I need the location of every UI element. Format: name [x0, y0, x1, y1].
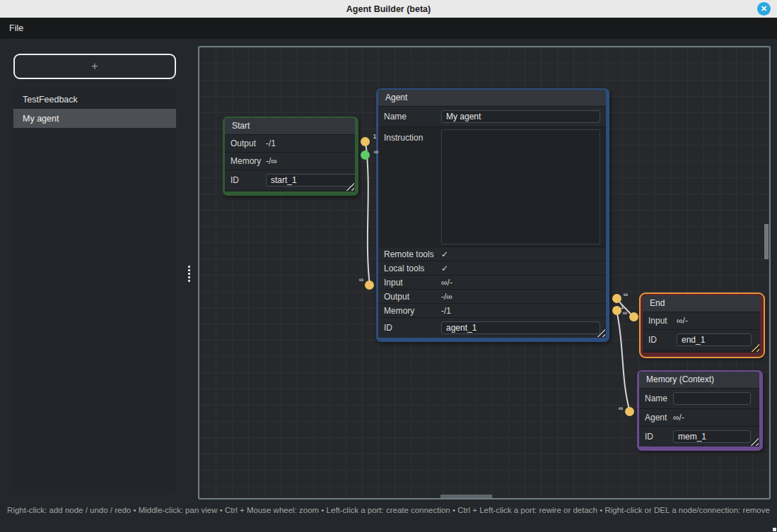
start-memory-value: -/∞ — [266, 156, 277, 166]
menu-file[interactable]: File — [0, 23, 33, 33]
window-title: Agent Builder (beta) — [346, 4, 431, 14]
node-memory-header[interactable]: Memory (Context) — [639, 372, 759, 388]
canvas-horizontal-scrollbar[interactable] — [440, 495, 492, 498]
agent-name-input[interactable] — [441, 110, 600, 123]
agent-id-input[interactable] — [441, 321, 600, 334]
list-item-my-agent[interactable]: My agent — [13, 109, 176, 128]
port-start-memory[interactable] — [361, 150, 370, 160]
agent-output-label: Output — [384, 292, 441, 302]
node-end[interactable]: End Input ∞/- ID — [641, 294, 764, 357]
start-output-label: Output — [230, 138, 266, 148]
sidebar-splitter-handle[interactable] — [188, 266, 190, 283]
status-bar: Right-click: add node / undo / redo • Mi… — [0, 502, 777, 517]
wire-agent-to-memory[interactable] — [617, 310, 630, 412]
start-id-label: ID — [230, 175, 266, 185]
port-memory-agent[interactable] — [625, 407, 634, 416]
node-memory-context[interactable]: Memory (Context) Name Agent ∞/- ID — [637, 370, 763, 451]
node-agent-header[interactable]: Agent — [378, 90, 606, 106]
node-end-header[interactable]: End — [643, 295, 760, 312]
node-canvas[interactable]: Start Output -/1 Memory -/∞ ID — [198, 46, 771, 500]
agent-id-label: ID — [384, 323, 441, 333]
add-agent-button[interactable]: + — [13, 54, 176, 79]
plus-icon: + — [91, 60, 98, 73]
agent-output-value: -/∞ — [441, 292, 452, 302]
end-input-value: ∞/- — [677, 316, 688, 326]
node-start[interactable]: Start Output -/1 Memory -/∞ ID — [223, 117, 358, 196]
agent-input-value: ∞/- — [441, 278, 452, 288]
memory-agent-label: Agent — [645, 413, 673, 422]
app-window: Agent Builder (beta) ✕ File + TestFeedba… — [0, 0, 777, 532]
list-item-testfeedback[interactable]: TestFeedback — [13, 90, 176, 109]
node-agent[interactable]: Agent Name Instruction Remote tools ✓ Lo… — [376, 88, 609, 342]
start-output-value: -/1 — [266, 138, 276, 148]
port-agent-input[interactable] — [365, 280, 374, 290]
node-start-header[interactable]: Start — [225, 118, 355, 134]
status-bar-help-text: Right-click: add node / undo / redo • Mi… — [1, 502, 777, 517]
agent-list: TestFeedback My agent — [13, 88, 176, 495]
end-input-label: Input — [648, 316, 677, 326]
canvas-vertical-scrollbar[interactable] — [764, 224, 769, 259]
close-icon[interactable]: ✕ — [757, 2, 771, 16]
port-end-input[interactable] — [629, 312, 638, 321]
end-id-input[interactable] — [677, 333, 752, 346]
agent-memory-label: Memory — [384, 306, 441, 316]
port-start-output[interactable] — [361, 137, 370, 146]
port-agent-memory[interactable] — [612, 306, 621, 315]
agent-remote-tools-checkmark[interactable]: ✓ — [441, 249, 448, 259]
wire-start-to-agent[interactable] — [366, 142, 370, 285]
agent-local-tools-checkmark[interactable]: ✓ — [441, 264, 448, 273]
end-id-label: ID — [648, 335, 677, 345]
agent-input-label: Input — [384, 278, 441, 288]
agent-instruction-label: Instruction — [384, 129, 441, 245]
menu-bar: File — [0, 18, 777, 39]
window-resize-grip[interactable] — [773, 528, 776, 531]
memory-id-input[interactable] — [673, 430, 751, 443]
memory-name-input[interactable] — [673, 392, 751, 405]
agent-name-label: Name — [384, 112, 441, 122]
start-memory-label: Memory — [230, 156, 266, 166]
agent-local-tools-label: Local tools — [384, 264, 441, 273]
memory-id-label: ID — [645, 432, 673, 442]
memory-agent-value: ∞/- — [673, 413, 684, 422]
port-agent-output[interactable] — [612, 294, 621, 303]
memory-name-label: Name — [645, 394, 673, 403]
start-id-input[interactable] — [266, 174, 355, 187]
agent-remote-tools-label: Remote tools — [384, 249, 441, 259]
title-bar: Agent Builder (beta) ✕ — [0, 0, 777, 18]
agent-instruction-input[interactable] — [441, 129, 600, 244]
agent-memory-value: -/1 — [441, 306, 451, 316]
